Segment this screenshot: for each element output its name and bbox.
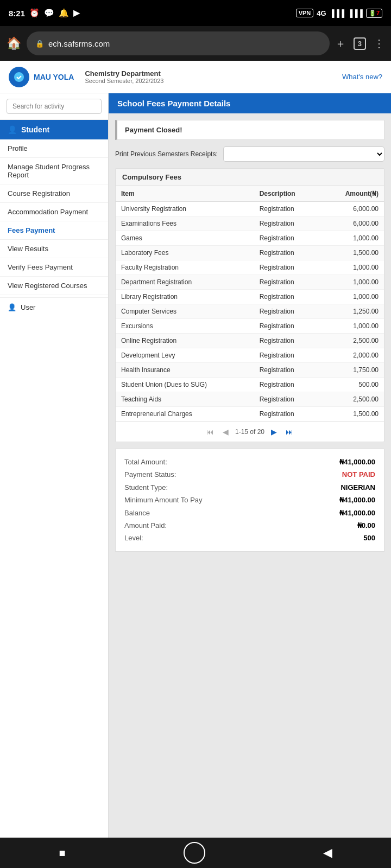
content-page-title: School Fees Payment Details: [109, 93, 391, 113]
table-row: Health Insurance Registration 1,750.00: [116, 363, 384, 378]
fee-item: Student Union (Dues to SUG): [116, 378, 254, 392]
nav-back-button[interactable]: ◀: [323, 846, 332, 860]
fee-description: Registration: [254, 348, 321, 363]
sidebar-item-manage-progress[interactable]: Manage Student Progress Report: [0, 158, 108, 184]
sidebar-student-label: Student: [21, 125, 49, 134]
sidebar-item-profile[interactable]: Profile: [0, 139, 108, 158]
sidebar-item-view-results[interactable]: View Results: [0, 240, 108, 258]
pagination-label: 1-15 of 20: [235, 428, 264, 436]
table-row: Examinations Fees Registration 6,000.00: [116, 216, 384, 231]
whats-new-link[interactable]: What's new?: [342, 73, 382, 81]
col-header-description: Description: [254, 186, 321, 202]
signal-bars: ▐▐▐: [330, 9, 345, 17]
tab-count[interactable]: 3: [354, 37, 366, 50]
fee-amount: 1,500.00: [321, 407, 384, 422]
browser-home-button[interactable]: 🏠: [7, 36, 21, 50]
fee-description: Registration: [254, 407, 321, 422]
table-row: Excursions Registration 1,000.00: [116, 319, 384, 334]
fees-table: Item Description Amount(₦) University Re…: [116, 186, 384, 422]
sidebar-student-section: 👤 Student: [0, 120, 108, 139]
table-row: Online Registration Registration 2,500.0…: [116, 334, 384, 348]
signal-bars-2: ▐▐▐: [348, 9, 363, 17]
fee-description: Registration: [254, 202, 321, 216]
table-row: Student Union (Dues to SUG) Registration…: [116, 378, 384, 392]
sidebar-user-label: User: [21, 303, 35, 311]
compulsory-fees-header: Compulsory Fees: [116, 169, 384, 186]
app-header: MAU YOLA Chemistry Department Second Sem…: [0, 61, 391, 93]
bottom-nav: ■ ◀: [0, 838, 391, 868]
dept-name: Chemistry Department: [85, 69, 342, 78]
fee-description: Registration: [254, 290, 321, 304]
fee-amount: 1,000.00: [321, 290, 384, 304]
fee-description: Registration: [254, 378, 321, 392]
sidebar: 👤 Student Profile Manage Student Progres…: [0, 93, 109, 838]
pagination-first[interactable]: ⏮: [204, 426, 216, 437]
student-type-row: Student Type: NIGERIAN: [124, 481, 375, 494]
col-header-item: Item: [116, 186, 254, 202]
fee-description: Registration: [254, 319, 321, 334]
fee-item: Faculty Registration: [116, 260, 254, 275]
fee-item: Games: [116, 231, 254, 246]
fee-item: Teaching Aids: [116, 392, 254, 407]
search-activity-input[interactable]: [7, 99, 102, 114]
fee-description: Registration: [254, 275, 321, 290]
fee-amount: 2,500.00: [321, 392, 384, 407]
table-row: Computer Services Registration 1,250.00: [116, 304, 384, 319]
fee-description: Registration: [254, 392, 321, 407]
sidebar-item-view-courses[interactable]: View Registered Courses: [0, 277, 108, 295]
fee-amount: 500.00: [321, 378, 384, 392]
browser-menu-button[interactable]: ⋮: [374, 37, 384, 50]
fee-amount: 1,000.00: [321, 260, 384, 275]
balance-row: Balance ₦41,000.00: [124, 507, 375, 519]
payment-closed-text: Payment Closed!: [125, 126, 182, 134]
print-receipts-label: Print Previous Semesters Receipts:: [115, 150, 218, 158]
url-bar[interactable]: 🔒 ech.safsrms.com: [27, 31, 330, 55]
minimum-amount-row: Minimum Amount To Pay ₦41,000.00: [124, 494, 375, 506]
new-tab-button[interactable]: ＋: [335, 36, 346, 51]
play-icon: ▶: [73, 8, 80, 18]
table-row: Development Levy Registration 2,000.00: [116, 348, 384, 363]
pagination-prev[interactable]: ◀: [220, 426, 231, 437]
sidebar-item-course-registration[interactable]: Course Registration: [0, 184, 108, 203]
print-receipts-select[interactable]: [223, 146, 384, 162]
balance-label: Balance: [124, 507, 150, 519]
sidebar-item-accommodation-payment[interactable]: Accommodation Payment: [0, 203, 108, 221]
student-icon: 👤: [8, 125, 17, 134]
nav-home-button[interactable]: [184, 842, 205, 864]
fee-amount: 6,000.00: [321, 216, 384, 231]
status-bar: 8:21 ⏰ 💬 🔔 ▶ VPN 4G ▐▐▐ ▐▐▐ 🔋7: [0, 0, 391, 26]
fee-item: Health Insurance: [116, 363, 254, 378]
sidebar-item-fees-payment[interactable]: Fees Payment: [0, 221, 108, 240]
fee-item: Entrepreneurial Charges: [116, 407, 254, 422]
table-row: Teaching Aids Registration 2,500.00: [116, 392, 384, 407]
fee-item: University Registration: [116, 202, 254, 216]
table-row: Entrepreneurial Charges Registration 1,5…: [116, 407, 384, 422]
fee-amount: 1,250.00: [321, 304, 384, 319]
pagination-next[interactable]: ▶: [269, 426, 279, 437]
level-row: Level: 500: [124, 532, 375, 544]
fee-amount: 2,500.00: [321, 334, 384, 348]
fee-item: Department Registration: [116, 275, 254, 290]
fee-item: Examinations Fees: [116, 216, 254, 231]
total-amount-value: ₦41,000.00: [339, 456, 375, 468]
fee-description: Registration: [254, 363, 321, 378]
sidebar-user[interactable]: 👤 User: [0, 297, 108, 317]
fee-item: Computer Services: [116, 304, 254, 319]
battery-icon: 🔋7: [366, 9, 382, 18]
status-time: 8:21: [9, 9, 25, 18]
fee-item: Development Levy: [116, 348, 254, 363]
fee-amount: 1,000.00: [321, 275, 384, 290]
fee-amount: 2,000.00: [321, 348, 384, 363]
logo-icon: [9, 67, 29, 87]
sidebar-item-verify-fees[interactable]: Verify Fees Payment: [0, 258, 108, 277]
balance-value: ₦41,000.00: [339, 507, 375, 519]
minimum-amount-label: Minimum Amount To Pay: [124, 494, 203, 506]
pagination-last[interactable]: ⏭: [283, 426, 295, 437]
amount-paid-row: Amount Paid: ₦0.00: [124, 519, 375, 532]
student-type-value: NIGERIAN: [340, 481, 375, 494]
fee-description: Registration: [254, 334, 321, 348]
fee-item: Laboratory Fees: [116, 246, 254, 260]
fee-amount: 1,500.00: [321, 246, 384, 260]
level-label: Level:: [124, 532, 143, 544]
nav-square-button[interactable]: ■: [59, 847, 65, 859]
